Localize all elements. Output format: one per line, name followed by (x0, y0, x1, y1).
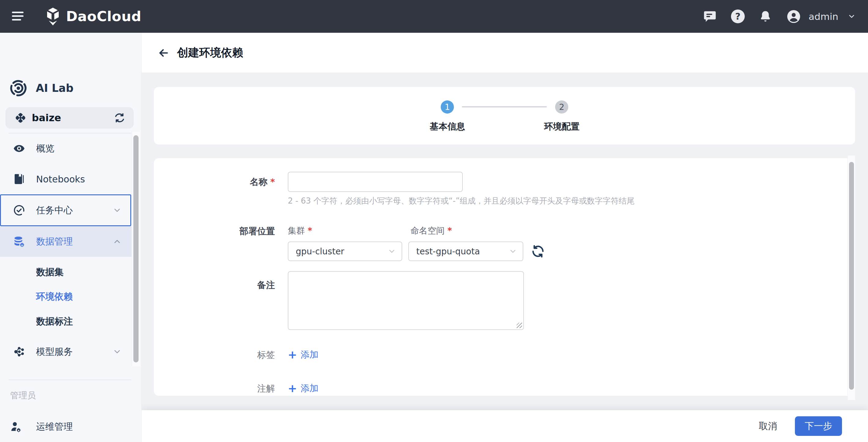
namespace-select-value: test-gpu-quota (416, 246, 480, 257)
task-check-icon (13, 204, 25, 216)
basic-info-form-card: 名称* 2 - 63 个字符，必须由小写字母、数字字符或“-”组成，并且必须以字… (154, 158, 855, 396)
sidebar-item-label: 数据管理 (36, 235, 73, 248)
required-marker: * (308, 226, 312, 236)
add-tag-label: 添加 (301, 349, 318, 361)
name-field-label: 名称* (154, 176, 275, 187)
user-gear-icon (10, 421, 22, 433)
workspace-selector[interactable]: baize (5, 107, 134, 128)
sidebar-item-ops-management[interactable]: 运维管理 (0, 412, 131, 441)
chevron-down-icon (847, 12, 856, 21)
page-title: 创建环境依赖 (177, 33, 243, 72)
add-tag-button[interactable]: + 添加 (288, 349, 318, 361)
workspace-name: baize (32, 112, 61, 124)
cluster-select[interactable]: gpu-cluster (288, 241, 402, 261)
add-annotation-label: 添加 (301, 382, 318, 394)
sidebar-subitem-data-annotation[interactable]: 数据标注 (36, 309, 73, 334)
sidebar-item-data-management[interactable]: 数据管理 (0, 226, 131, 257)
chevron-down-icon (508, 247, 517, 256)
name-hint: 2 - 63 个字符，必须由小写字母、数字字符或“-”组成，并且必须以字母开头及… (288, 196, 634, 206)
sidebar-subitem-label: 环境依赖 (36, 291, 73, 303)
content-scrollbar[interactable] (847, 155, 856, 401)
workspace-switch-icon[interactable] (114, 112, 126, 124)
database-gear-icon (13, 236, 25, 247)
sidebar-scrollbar[interactable] (132, 131, 140, 366)
sidebar-item-overview[interactable]: 概览 (0, 133, 131, 164)
avatar (787, 9, 801, 24)
sidebar-subitem-environment-dependencies[interactable]: 环境依赖 (36, 284, 73, 309)
step-2-indicator[interactable]: 2 (555, 100, 568, 114)
required-marker: * (447, 226, 452, 236)
admin-section-label: 管理员 (10, 388, 36, 403)
daocloud-cube-icon (45, 8, 61, 25)
cluster-select-value: gpu-cluster (296, 246, 344, 257)
model-nodes-icon (13, 346, 25, 358)
ai-lab-logo-icon (9, 79, 27, 97)
notifications-bell-icon[interactable] (759, 10, 772, 23)
content-scrollbar-thumb[interactable] (849, 162, 854, 390)
topbar: DaoCloud ? (0, 0, 868, 33)
sidebar-item-label: 运维管理 (36, 420, 73, 433)
cancel-button[interactable]: 取消 (759, 420, 777, 433)
required-marker: * (270, 177, 275, 187)
plus-icon: + (288, 383, 297, 394)
sidebar-subitem-datasets[interactable]: 数据集 (36, 260, 64, 284)
namespace-select[interactable]: test-gpu-quota (408, 241, 523, 261)
chevron-down-icon (388, 247, 396, 256)
remark-field-label: 备注 (154, 279, 275, 291)
sidebar-item-label: 任务中心 (36, 204, 73, 217)
name-input[interactable] (288, 172, 463, 192)
sidebar-divider (8, 380, 131, 380)
chevron-down-icon (113, 206, 122, 215)
sidebar-scrollbar-thumb[interactable] (133, 135, 138, 362)
step-2-label: 环境配置 (528, 121, 595, 133)
add-annotation-button[interactable]: + 添加 (288, 382, 318, 394)
sidebar-subitem-label: 数据集 (36, 266, 64, 278)
back-arrow-button[interactable] (158, 47, 169, 59)
hamburger-menu-button[interactable] (12, 11, 24, 21)
cluster-field-label: 集群* (288, 226, 312, 236)
sidebar-item-notebooks[interactable]: Notebooks (0, 164, 131, 195)
chevron-down-icon (113, 347, 122, 356)
tags-field-label: 标签 (154, 349, 275, 360)
textarea-resize-handle[interactable] (517, 323, 522, 328)
user-profile-menu[interactable]: admin (787, 9, 856, 24)
topbar-actions: ? admin (703, 0, 856, 33)
stepper-card: 1 基本信息 2 环境配置 (154, 87, 855, 145)
sidebar-item-model-services[interactable]: 模型服务 (0, 336, 131, 367)
feedback-chat-icon[interactable] (703, 9, 717, 24)
next-step-button[interactable]: 下一步 (795, 416, 842, 436)
sidebar-item-label: Notebooks (36, 174, 85, 184)
sidebar: AI Lab baize (0, 33, 142, 442)
step-1-indicator[interactable]: 1 (441, 100, 454, 114)
workspace-icon (14, 111, 27, 124)
help-icon[interactable]: ? (731, 9, 745, 23)
eye-icon (13, 143, 25, 154)
product-header: AI Lab (9, 79, 73, 97)
chevron-up-icon (113, 237, 122, 246)
page-header: 创建环境依赖 (142, 33, 868, 72)
main-content: 创建环境依赖 1 基本信息 2 环境配置 名称* 2 - 63 个字符，必须由小… (142, 33, 868, 442)
sidebar-item-task-center[interactable]: 任务中心 (0, 195, 131, 226)
remark-textarea[interactable] (288, 271, 524, 330)
book-icon (13, 173, 25, 185)
app-root: DaoCloud ? (0, 0, 868, 442)
refresh-icon[interactable] (531, 244, 545, 258)
annotations-field-label: 注解 (154, 383, 275, 394)
namespace-field-label: 命名空间* (410, 226, 452, 236)
deploy-location-label: 部署位置 (154, 226, 275, 237)
username: admin (809, 11, 838, 22)
brand-name: DaoCloud (66, 8, 141, 25)
footer-action-bar: 取消 下一步 (142, 410, 868, 442)
product-name: AI Lab (36, 82, 73, 94)
sidebar-subitem-label: 数据标注 (36, 315, 73, 328)
step-1-label: 基本信息 (414, 121, 481, 133)
stepper-connector (462, 106, 547, 108)
plus-icon: + (288, 349, 297, 360)
sidebar-item-label: 概览 (36, 142, 55, 155)
sidebar-item-label: 模型服务 (36, 346, 73, 358)
brand-logo[interactable]: DaoCloud (45, 0, 141, 33)
